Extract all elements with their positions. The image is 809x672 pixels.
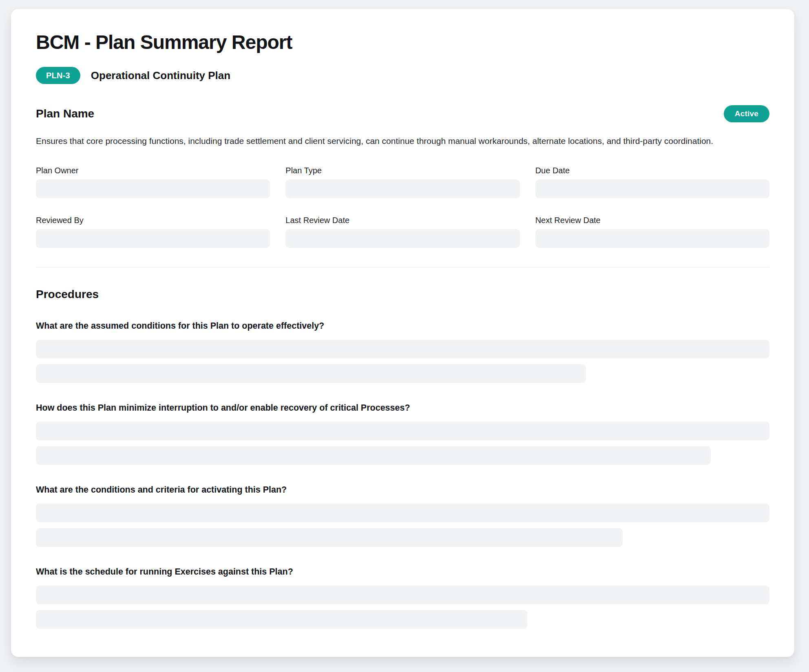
answer-placeholder-line: [36, 364, 586, 383]
answer-placeholder-line: [36, 340, 769, 358]
answer-placeholder-line: [36, 422, 769, 440]
field-value-placeholder: [285, 229, 519, 248]
field-value-placeholder: [285, 179, 519, 198]
page-title: BCM - Plan Summary Report: [36, 33, 769, 52]
field-due-date: Due Date: [535, 166, 769, 198]
field-reviewed-by: Reviewed By: [36, 215, 270, 248]
question-label: What is the schedule for running Exercis…: [36, 566, 769, 577]
answer-placeholder-line: [36, 504, 769, 522]
field-label: Reviewed By: [36, 215, 270, 225]
field-next-review-date: Next Review Date: [535, 215, 769, 248]
field-value-placeholder: [36, 229, 270, 248]
plan-summary-card: BCM - Plan Summary Report PLN-3 Operatio…: [11, 9, 794, 657]
answer-placeholder-line: [36, 610, 527, 629]
procedure-question-1: What are the assumed conditions for this…: [36, 320, 769, 383]
question-label: What are the conditions and criteria for…: [36, 484, 769, 495]
field-value-placeholder: [535, 229, 769, 248]
plan-description: Ensures that core processing functions, …: [36, 133, 769, 149]
field-label: Plan Owner: [36, 166, 270, 175]
plan-id-badge: PLN-3: [36, 67, 80, 84]
plan-title: Operational Continuity Plan: [91, 69, 230, 82]
answer-placeholder-line: [36, 528, 623, 547]
section-title-procedures: Procedures: [36, 288, 769, 301]
field-label: Due Date: [535, 166, 769, 175]
field-label: Next Review Date: [535, 215, 769, 225]
field-label: Plan Type: [285, 166, 519, 175]
procedure-question-3: What are the conditions and criteria for…: [36, 484, 769, 547]
procedure-question-2: How does this Plan minimize interruption…: [36, 402, 769, 465]
plan-header-row: PLN-3 Operational Continuity Plan: [36, 67, 769, 84]
question-label: What are the assumed conditions for this…: [36, 320, 769, 332]
plan-fields-grid: Plan Owner Plan Type Due Date Reviewed B…: [36, 166, 769, 248]
question-label: How does this Plan minimize interruption…: [36, 402, 769, 413]
status-badge: Active: [724, 105, 769, 122]
field-plan-type: Plan Type: [285, 166, 519, 198]
field-plan-owner: Plan Owner: [36, 166, 270, 198]
section-divider: [36, 267, 769, 267]
section-title-plan-name: Plan Name: [36, 107, 94, 120]
answer-placeholder-line: [36, 586, 769, 604]
field-last-review-date: Last Review Date: [285, 215, 519, 248]
answer-placeholder-line: [36, 446, 711, 465]
procedure-question-4: What is the schedule for running Exercis…: [36, 566, 769, 629]
field-label: Last Review Date: [285, 215, 519, 225]
field-value-placeholder: [36, 179, 270, 198]
field-value-placeholder: [535, 179, 769, 198]
plan-name-header-row: Plan Name Active: [36, 105, 769, 122]
